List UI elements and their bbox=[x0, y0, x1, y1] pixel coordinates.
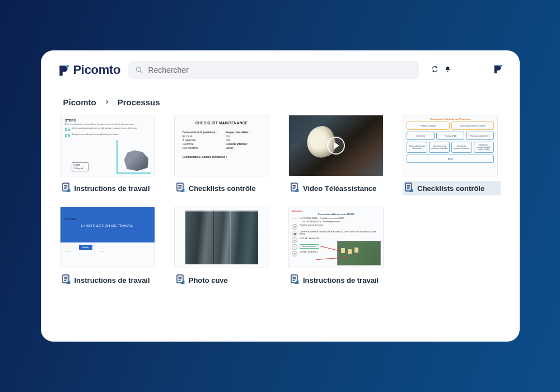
document-card[interactable]: Picomto L'INSTRUCTION DE TRAVAIL ———————… bbox=[60, 207, 157, 287]
card-label: Instructions de travail bbox=[74, 276, 150, 284]
brand-logo[interactable]: Picomto bbox=[58, 63, 121, 77]
document-icon bbox=[290, 274, 300, 286]
svg-point-2 bbox=[137, 67, 141, 72]
thumb-title: STEPS bbox=[65, 119, 150, 122]
document-card[interactable]: ■socomec Connection câble sur carte MP51… bbox=[288, 207, 386, 287]
card-label: Video Téléassistance bbox=[303, 184, 376, 193]
brand-name: Picomto bbox=[73, 63, 121, 77]
chevron-right-icon bbox=[104, 98, 110, 106]
search-icon bbox=[135, 66, 143, 74]
document-icon bbox=[61, 274, 71, 286]
document-icon bbox=[290, 182, 300, 194]
thumbnail bbox=[288, 115, 384, 176]
card-label: Checklists contrôle bbox=[417, 184, 484, 193]
thumbnail bbox=[174, 207, 269, 268]
document-icon bbox=[404, 182, 414, 194]
card-label: Checklists contrôle bbox=[189, 184, 256, 193]
thumbnail: Picomto L'INSTRUCTION DE TRAVAIL ———————… bbox=[60, 207, 155, 268]
document-icon bbox=[61, 182, 71, 194]
card-label: Instructions de travail bbox=[74, 184, 150, 193]
play-icon bbox=[327, 137, 345, 155]
sync-icon[interactable] bbox=[431, 65, 438, 75]
thumb-title: Cartographie Générale des Processus bbox=[407, 118, 494, 120]
thumbnail: CHECKLIST MAINTENANCE Conformité de la p… bbox=[174, 115, 269, 176]
document-grid: STEPS When the substrate is removed from… bbox=[58, 115, 503, 287]
breadcrumb-root[interactable]: Picomto bbox=[63, 97, 96, 107]
header-actions bbox=[431, 65, 451, 75]
thumb-subtitle: When the substrate is removed from the g… bbox=[65, 123, 150, 125]
thumbnail: STEPS When the substrate is removed from… bbox=[60, 115, 155, 176]
document-card[interactable]: CHECKLIST MAINTENANCE Conformité de la p… bbox=[174, 115, 272, 195]
search-input[interactable] bbox=[148, 66, 412, 74]
card-label: Instructions de travail bbox=[303, 276, 379, 284]
document-icon bbox=[175, 274, 185, 286]
document-card[interactable]: STEPS When the substrate is removed from… bbox=[60, 115, 157, 195]
breadcrumb-current: Processus bbox=[118, 97, 160, 107]
search-bar[interactable] bbox=[128, 61, 418, 79]
thumbnail: Cartographie Générale des Processus Poli… bbox=[403, 115, 498, 176]
secondary-logo-icon[interactable] bbox=[459, 64, 503, 76]
thumb-title: CHECKLIST MAINTENANCE bbox=[183, 121, 261, 125]
svg-point-3 bbox=[447, 71, 448, 72]
breadcrumb: Picomto Processus bbox=[63, 97, 503, 107]
document-card[interactable]: Cartographie Générale des Processus Poli… bbox=[403, 115, 500, 195]
thumbnail: ■socomec Connection câble sur carte MP51… bbox=[288, 207, 384, 268]
bell-icon[interactable] bbox=[444, 65, 451, 75]
document-card[interactable]: Video Téléassistance bbox=[288, 115, 386, 195]
document-card[interactable]: Photo cuve bbox=[174, 207, 272, 287]
logo-mark-icon bbox=[58, 64, 70, 76]
document-icon bbox=[175, 182, 185, 194]
header-bar: Picomto bbox=[58, 60, 503, 80]
app-window: Picomto P bbox=[41, 50, 520, 342]
card-label: Photo cuve bbox=[189, 276, 228, 284]
